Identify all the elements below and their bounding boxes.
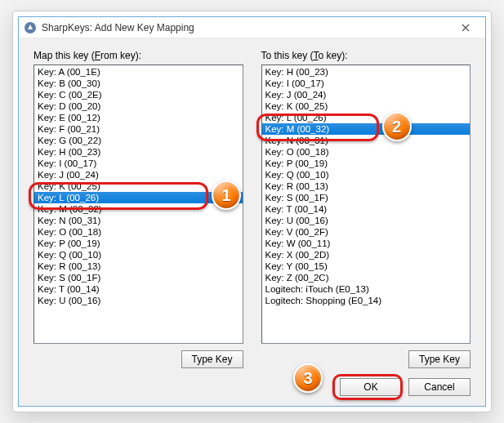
list-item[interactable]: Key: G (00_22) [34, 135, 243, 146]
list-item[interactable]: Key: V (00_2F) [262, 226, 471, 238]
list-item[interactable]: Key: J (00_24) [34, 169, 243, 180]
list-item[interactable]: Key: P (00_19) [262, 158, 471, 169]
cancel-button[interactable]: Cancel [408, 378, 471, 396]
list-item[interactable]: Key: L (00_26) [34, 192, 243, 203]
list-item[interactable]: Key: U (00_16) [262, 215, 471, 226]
from-typekey-row: Type Key [33, 350, 243, 368]
list-item[interactable]: Key: Z (00_2C) [262, 272, 471, 283]
list-item[interactable]: Key: M (00_32) [34, 203, 243, 215]
list-item[interactable]: Key: J (00_24) [262, 89, 471, 100]
list-item[interactable]: Key: A (00_1E) [34, 66, 243, 78]
list-item[interactable]: Key: O (00_18) [34, 226, 243, 238]
list-item[interactable]: Key: R (00_13) [262, 180, 471, 192]
list-item[interactable]: Key: K (00_25) [262, 100, 471, 112]
list-item[interactable]: Key: L (00_26) [262, 112, 471, 123]
list-item[interactable]: Key: P (00_19) [34, 238, 243, 249]
list-item[interactable]: Key: C (00_2E) [34, 89, 243, 100]
to-typekey-row: Type Key [261, 350, 471, 368]
from-typekey-button[interactable]: Type Key [181, 350, 243, 368]
list-item[interactable]: Key: B (00_30) [34, 78, 243, 89]
list-item[interactable]: Key: Y (00_15) [262, 260, 471, 272]
list-item[interactable]: Key: N (00_31) [262, 135, 471, 146]
list-item[interactable]: Key: S (00_1F) [34, 272, 243, 283]
columns: Map this key (From key): Key: A (00_1E)K… [33, 50, 471, 368]
list-item[interactable]: Key: X (00_2D) [262, 249, 471, 260]
list-item[interactable]: Key: U (00_16) [34, 295, 243, 306]
list-item[interactable]: Key: H (00_23) [34, 146, 243, 158]
list-item[interactable]: Key: S (00_1F) [262, 192, 471, 203]
from-key-listbox[interactable]: Key: A (00_1E)Key: B (00_30)Key: C (00_2… [33, 65, 243, 344]
list-item[interactable]: Key: T (00_14) [34, 283, 243, 295]
list-item[interactable]: Logitech: iTouch (E0_13) [262, 283, 471, 295]
list-item[interactable]: Key: M (00_32) [262, 123, 471, 135]
ok-button[interactable]: OK [340, 378, 402, 396]
titlebar: SharpKeys: Add New Key Mapping [19, 17, 485, 38]
list-item[interactable]: Key: N (00_31) [34, 215, 243, 226]
dialog-window: SharpKeys: Add New Key Mapping Map this … [18, 16, 486, 407]
list-item[interactable]: Key: F (00_21) [34, 123, 243, 135]
list-item[interactable]: Logitech: Shopping (E0_14) [262, 295, 471, 306]
list-item[interactable]: Key: E (00_12) [34, 112, 243, 123]
list-item[interactable]: Key: O (00_18) [262, 146, 471, 158]
from-key-label: Map this key (From key): [33, 50, 243, 61]
app-icon [24, 21, 37, 34]
list-item[interactable]: Key: D (00_20) [34, 100, 243, 112]
close-button[interactable] [449, 19, 482, 37]
window-title: SharpKeys: Add New Key Mapping [42, 22, 449, 33]
list-item[interactable]: Key: Q (00_10) [34, 249, 243, 260]
list-item[interactable]: Key: T (00_14) [262, 203, 471, 215]
list-item[interactable]: Key: H (00_23) [262, 66, 471, 78]
dialog-body: Map this key (From key): Key: A (00_1E)K… [19, 38, 485, 406]
from-key-panel: Map this key (From key): Key: A (00_1E)K… [33, 50, 243, 368]
list-item[interactable]: Key: W (00_11) [262, 238, 471, 249]
dialog-button-row: 3 OK Cancel [33, 378, 471, 396]
close-icon [462, 24, 470, 32]
list-item[interactable]: Key: R (00_13) [34, 260, 243, 272]
list-item[interactable]: Key: I (00_17) [34, 158, 243, 169]
screenshot-frame: SharpKeys: Add New Key Mapping Map this … [12, 11, 492, 412]
list-item[interactable]: Key: K (00_25) [34, 180, 243, 192]
list-item[interactable]: Key: I (00_17) [262, 78, 471, 89]
to-key-listbox[interactable]: Key: H (00_23)Key: I (00_17)Key: J (00_2… [261, 65, 471, 344]
to-typekey-button[interactable]: Type Key [408, 350, 471, 368]
list-item[interactable]: Key: Q (00_10) [262, 169, 471, 180]
to-key-label: To this key (To key): [261, 50, 471, 61]
to-key-panel: To this key (To key): Key: H (00_23)Key:… [261, 50, 471, 368]
